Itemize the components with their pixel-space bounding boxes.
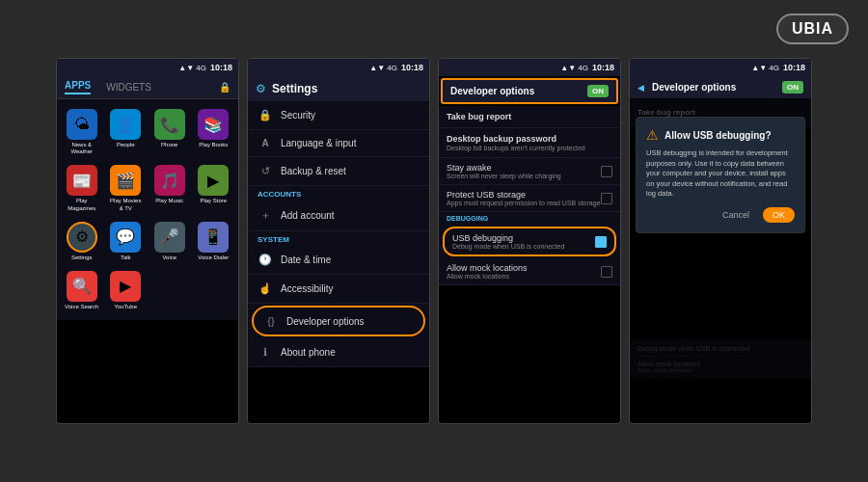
status-bar-3: ▲▼ 4G 10:18: [439, 59, 620, 76]
dev-options-header-4: ◀ Developer options ON: [630, 76, 811, 98]
tab-bar: APPS WIDGETS 🔒: [57, 76, 238, 99]
voice-icon: 🎤: [154, 222, 185, 253]
dev-protect-usb[interactable]: Protect USB storage Apps must request pe…: [439, 185, 620, 212]
settings-security[interactable]: 🔒 Security: [248, 101, 429, 130]
app-music-label: Play Music: [155, 198, 183, 204]
dialog-buttons: Cancel OK: [646, 207, 795, 223]
settings-add-account[interactable]: ＋ Add account: [248, 201, 429, 231]
store-icon: ▶: [198, 165, 229, 196]
time-2: 10:18: [401, 63, 423, 72]
dev-options-title: Developer options: [450, 86, 587, 96]
tab-apps[interactable]: APPS: [65, 80, 91, 94]
app-voice[interactable]: 🎤 Voice: [149, 218, 191, 265]
usb-debugging-checkbox[interactable]: [595, 236, 607, 248]
stay-awake-sub: Screen will never sleep while charging: [447, 173, 601, 179]
ok-button[interactable]: OK: [763, 207, 795, 223]
settings-accessibility[interactable]: ☝ Accessibility: [248, 275, 429, 304]
developer-label: Developer options: [286, 316, 365, 327]
protect-usb-checkbox[interactable]: [601, 193, 612, 204]
screen4-footer-bg: Debug mode when USB is connected Allow m…: [630, 339, 811, 379]
mock-locations-checkbox[interactable]: [601, 266, 612, 278]
screen4-mock-bg: Allow mock locations Allow mock location…: [630, 357, 811, 377]
dev-toggle[interactable]: ON: [587, 85, 609, 97]
dev-options-header: Developer options ON: [441, 78, 618, 104]
app-music[interactable]: 🎵 Play Music: [149, 161, 191, 215]
app-books-label: Play Books: [199, 142, 228, 148]
s4-mock-sub: Allow mock locations: [637, 367, 803, 373]
usb-debugging-sub: Debug mode when USB is connected: [452, 243, 595, 250]
app-movies-label: Play Movies& TV: [110, 198, 141, 211]
app-people-label: People: [117, 142, 135, 148]
app-youtube[interactable]: ▶ YouTube: [105, 267, 148, 314]
screen1-app-drawer: ▲▼ 4G 10:18 APPS WIDGETS 🔒 🌤 News &Weath…: [56, 58, 239, 424]
settings-date[interactable]: 🕐 Date & time: [248, 246, 429, 275]
time-1: 10:18: [210, 63, 232, 72]
app-settings-label: Settings: [71, 254, 93, 261]
add-account-icon: ＋: [258, 208, 273, 223]
backup-pwd-label: Desktop backup password: [447, 134, 612, 144]
app-phone[interactable]: 📞 Phone: [149, 105, 191, 159]
app-store[interactable]: ▶ Play Store: [193, 161, 235, 215]
backup-pwd-sub: Desktop full backups aren't currently pr…: [447, 145, 612, 151]
about-icon: ℹ: [258, 346, 273, 359]
settings-header: ⚙ Settings: [248, 76, 429, 101]
app-voicesearch[interactable]: 🔍 Voice Search: [61, 267, 103, 314]
cancel-button[interactable]: Cancel: [715, 207, 757, 223]
youtube-icon: ▶: [110, 271, 141, 302]
about-label: About phone: [281, 347, 336, 358]
app-books[interactable]: 📚 Play Books: [193, 105, 235, 159]
logo-text: UBIA: [792, 20, 833, 38]
time-3: 10:18: [592, 63, 614, 72]
dialog-title-row: ⚠ Allow USB debugging?: [646, 127, 795, 143]
status-bar-2: ▲▼ 4G 10:18: [248, 59, 429, 76]
s4-usb-debug-sub: Debug mode when USB is connected: [637, 345, 803, 352]
dev-usb-debugging[interactable]: USB debugging Debug mode when USB is con…: [443, 227, 616, 256]
dev-stay-awake[interactable]: Stay awake Screen will never sleep while…: [439, 158, 620, 185]
language-label: Language & input: [281, 138, 356, 148]
settings-about-phone[interactable]: ℹ About phone: [248, 338, 429, 367]
movies-icon: 🎬: [110, 165, 141, 196]
news-icon: 🌤: [67, 109, 97, 140]
signal-icon-1: ▲▼ 4G: [178, 64, 206, 72]
dev-toggle-4[interactable]: ON: [782, 81, 803, 94]
signal-icon-4: ▲▼ 4G: [751, 64, 779, 72]
settings-icon: ⚙: [67, 222, 97, 253]
settings-backup[interactable]: ↺ Backup & reset: [248, 157, 429, 186]
usb-debugging-label: USB debugging: [452, 233, 595, 243]
app-news[interactable]: 🌤 News &Weather: [61, 105, 103, 159]
tab-widgets[interactable]: WIDGETS: [106, 82, 151, 93]
settings-list: 🔒 Security A Language & input ↺ Backup &…: [248, 101, 429, 367]
app-talk[interactable]: 💬 Talk: [105, 218, 148, 265]
app-magazines[interactable]: 📰 PlayMagazines: [61, 161, 103, 215]
screen4-usb-bg: Debug mode when USB is connected: [630, 341, 811, 357]
app-settings[interactable]: ⚙ Settings: [61, 218, 103, 265]
app-voicesearch-label: Voice Search: [65, 304, 98, 310]
app-magazines-label: PlayMagazines: [68, 198, 95, 211]
music-icon: 🎵: [154, 165, 185, 196]
protect-usb-sub: Apps must request permission to read USB…: [447, 200, 601, 206]
app-movies[interactable]: 🎬 Play Movies& TV: [105, 161, 148, 215]
date-label: Date & time: [281, 254, 331, 265]
app-voicedialer[interactable]: 📱 Voice Dialer: [193, 218, 235, 265]
status-bar-4: ▲▼ 4G 10:18: [630, 59, 811, 76]
stay-awake-checkbox[interactable]: [601, 166, 612, 177]
dev-backup-password[interactable]: Desktop backup password Desktop full bac…: [439, 128, 620, 158]
dev-mock-locations[interactable]: Allow mock locations Allow mock location…: [439, 258, 620, 285]
voicesearch-icon: 🔍: [67, 271, 97, 302]
dev-options-title-4: Developer options: [652, 82, 778, 93]
dev-take-bug-report[interactable]: Take bug report: [439, 106, 620, 128]
people-icon: 👤: [110, 109, 141, 140]
security-label: Security: [281, 110, 315, 120]
settings-language[interactable]: A Language & input: [248, 130, 429, 157]
time-4: 10:18: [783, 63, 805, 72]
backup-label: Backup & reset: [281, 166, 346, 176]
app-people[interactable]: 👤 People: [105, 105, 148, 159]
section-system: SYSTEM: [248, 231, 429, 246]
signal-icon-2: ▲▼ 4G: [369, 64, 397, 72]
accessibility-label: Accessibility: [281, 283, 333, 294]
app-voicedialer-label: Voice Dialer: [198, 254, 229, 261]
screen3-developer-options: ▲▼ 4G 10:18 Developer options ON Take bu…: [438, 58, 621, 424]
settings-developer-options[interactable]: {} Developer options: [252, 306, 425, 336]
app-phone-label: Phone: [161, 142, 177, 148]
stay-awake-label: Stay awake: [447, 163, 601, 173]
